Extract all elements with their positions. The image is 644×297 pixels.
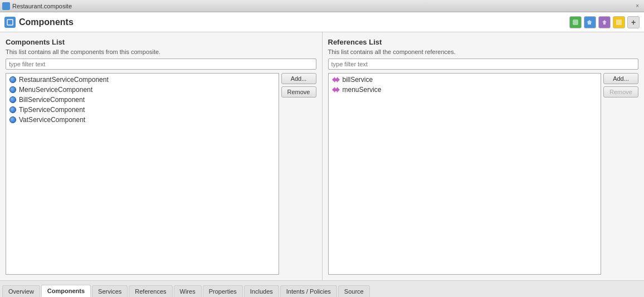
- list-item[interactable]: TipServiceComponent: [6, 105, 279, 115]
- list-item[interactable]: VatServiceComponent: [6, 115, 279, 125]
- references-add-button[interactable]: Add...: [603, 73, 638, 84]
- header-bar: Components +: [0, 12, 644, 32]
- components-panel-desc: This list contains all the components fr…: [6, 48, 316, 55]
- list-item[interactable]: RestaurantServiceComponent: [6, 75, 279, 85]
- toolbar: +: [569, 16, 640, 28]
- components-add-button[interactable]: Add...: [281, 73, 316, 84]
- components-panel-title: Components List: [6, 38, 316, 46]
- svg-rect-1: [8, 20, 12, 25]
- toolbar-purple-button[interactable]: [598, 16, 611, 28]
- components-filter-input[interactable]: [6, 59, 316, 70]
- svg-marker-4: [602, 20, 607, 25]
- tab-properties[interactable]: Properties: [203, 285, 243, 297]
- title-bar: Restaurant.composite ×: [0, 0, 644, 12]
- reference-icon: [332, 76, 340, 83]
- component-icon: [9, 106, 16, 113]
- tab-wires[interactable]: Wires: [174, 285, 202, 297]
- tab-references[interactable]: References: [129, 285, 172, 297]
- references-filter-input[interactable]: [328, 59, 639, 70]
- header-left: Components: [4, 17, 74, 28]
- title-bar-text: Restaurant.composite: [12, 3, 633, 9]
- references-list-box: billService menuService: [328, 73, 602, 275]
- references-panel: References List This list contains all t…: [323, 32, 645, 280]
- component-icon: [9, 86, 16, 93]
- tab-components[interactable]: Components: [41, 285, 91, 297]
- tab-overview[interactable]: Overview: [2, 285, 40, 297]
- components-remove-button[interactable]: Remove: [281, 86, 316, 98]
- svg-marker-7: [332, 87, 340, 93]
- reference-icon: [332, 86, 340, 93]
- component-icon: [9, 116, 16, 123]
- svg-marker-3: [587, 20, 592, 25]
- tab-intents-policies[interactable]: Intents / Policies: [280, 285, 337, 297]
- list-item[interactable]: BillServiceComponent: [6, 95, 279, 105]
- components-panel: Components List This list contains all t…: [0, 32, 323, 280]
- toolbar-green-button[interactable]: [569, 16, 582, 28]
- list-item[interactable]: MenuServiceComponent: [6, 85, 279, 95]
- components-icon: [4, 17, 16, 28]
- tab-source[interactable]: Source: [338, 285, 370, 297]
- component-icon: [9, 76, 16, 83]
- references-panel-title: References List: [328, 38, 639, 46]
- tab-bar: Overview Components Services References …: [0, 280, 644, 297]
- svg-rect-5: [616, 20, 622, 25]
- title-bar-icon: [2, 2, 10, 10]
- references-list-container: billService menuService Add... Remove: [328, 73, 639, 275]
- components-list-container: RestaurantServiceComponent MenuServiceCo…: [6, 73, 316, 275]
- references-btn-column: Add... Remove: [603, 73, 638, 275]
- components-list-box: RestaurantServiceComponent MenuServiceCo…: [6, 73, 279, 275]
- toolbar-blue-button[interactable]: [584, 16, 596, 28]
- references-panel-desc: This list contains all the component ref…: [328, 48, 639, 55]
- toolbar-yellow-button[interactable]: [613, 16, 625, 28]
- list-item[interactable]: menuService: [329, 85, 601, 95]
- references-remove-button[interactable]: Remove: [603, 86, 638, 98]
- main-content: Components List This list contains all t…: [0, 32, 644, 280]
- tab-services[interactable]: Services: [92, 285, 128, 297]
- tab-includes[interactable]: Includes: [244, 285, 279, 297]
- svg-rect-2: [573, 20, 578, 25]
- close-button[interactable]: ×: [633, 2, 642, 10]
- svg-marker-6: [332, 77, 340, 83]
- components-btn-column: Add... Remove: [281, 73, 316, 275]
- component-icon: [9, 96, 16, 103]
- page-title: Components: [19, 17, 74, 27]
- toolbar-add-button[interactable]: +: [627, 16, 640, 28]
- list-item[interactable]: billService: [329, 75, 601, 85]
